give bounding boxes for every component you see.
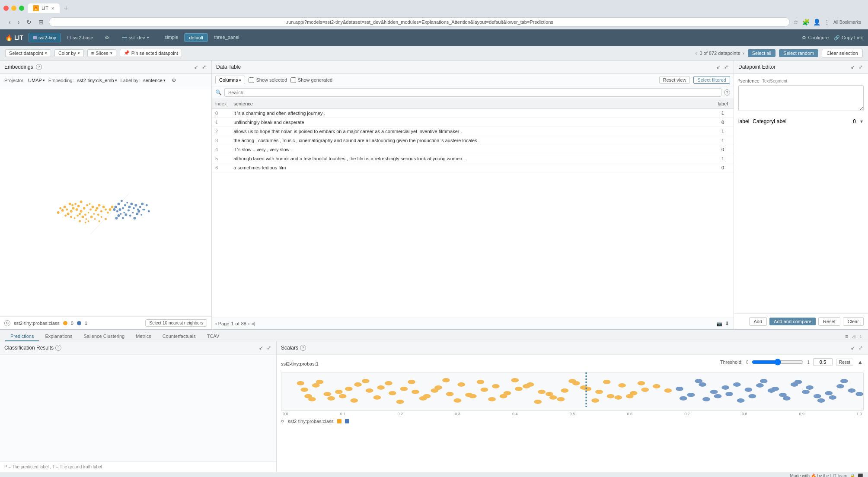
tab-counterfactuals[interactable]: Counterfactuals [157, 332, 201, 341]
table-row[interactable]: 5 although laced with humor and a few fa… [212, 154, 734, 163]
tab-tcav[interactable]: TCAV [202, 332, 225, 341]
back-button[interactable]: ‹ [7, 18, 13, 26]
bottom-settings-button[interactable]: ≡ [844, 333, 849, 340]
forward-button[interactable]: › [16, 18, 22, 26]
slices-button[interactable]: ≡ Slices ▾ [87, 49, 116, 57]
model-tab-sst2tiny[interactable]: sst2-tiny [29, 33, 61, 42]
bottom-sort-button[interactable]: ↕ [858, 333, 863, 340]
pin-button[interactable]: 📌 Pin selected datapoint [120, 49, 182, 57]
profile-icon[interactable]: 👤 [813, 19, 820, 25]
search-input[interactable] [224, 88, 721, 97]
reload-button[interactable]: ↻ [25, 18, 33, 26]
data-table-minimize-button[interactable]: ↙ [715, 63, 721, 71]
table-row[interactable]: 1 unflinchingly bleak and desperate 0 [212, 118, 734, 127]
layout-tab-simple[interactable]: simple [160, 33, 183, 42]
copy-link-button[interactable]: 🔗 Copy Link [834, 35, 863, 41]
columns-button[interactable]: Columns ▾ [215, 76, 245, 84]
threshold-slider[interactable] [752, 359, 804, 366]
col-label[interactable]: label [712, 99, 734, 109]
nearest-neighbors-button[interactable]: Select 10 nearest neighbors [145, 319, 207, 327]
new-tab-button[interactable]: + [61, 3, 70, 13]
prev-page-button[interactable]: ‹ Page [215, 321, 229, 326]
labelby-select[interactable]: sentence ▾ [143, 78, 166, 83]
screen-share-button[interactable]: ⊞ [37, 18, 45, 26]
model-tab-settings[interactable]: ⚙ [100, 33, 114, 42]
embeddings-minimize-button[interactable]: ↙ [193, 63, 199, 71]
show-selected-checkbox[interactable] [249, 77, 254, 83]
reset-button[interactable]: Reset [818, 317, 840, 326]
clear-selection-button[interactable]: Clear selection [822, 49, 863, 57]
add-button[interactable]: Add [749, 317, 767, 326]
scalars-expand-button[interactable]: ⤢ [858, 344, 864, 352]
add-compare-button[interactable]: Add and compare [769, 318, 816, 325]
clear-button[interactable]: Clear [843, 317, 864, 326]
threshold-input[interactable] [813, 358, 833, 366]
maximize-button[interactable] [19, 6, 24, 11]
embeddings-expand-button[interactable]: ⤢ [201, 63, 207, 71]
layout-tab-threepanel[interactable]: three_panel [210, 33, 243, 42]
bookmark-star-icon[interactable]: ☆ [793, 19, 799, 25]
embedding-select[interactable]: sst2-tiny:cls_emb ▾ [77, 78, 117, 83]
select-datapoint-button[interactable]: Select datapoint ▾ [5, 49, 51, 57]
bottom-filter-button[interactable]: ⊿ [851, 333, 857, 340]
address-bar[interactable]: .run.app/?models=sst2-tiny&dataset=sst_d… [49, 17, 790, 27]
classification-info-icon[interactable]: ? [55, 345, 61, 351]
model-tab-sst2base[interactable]: sst2-base [63, 33, 98, 42]
last-page-button[interactable]: »| [252, 321, 255, 326]
classification-expand-button[interactable]: ⤢ [266, 344, 272, 352]
col-sentence[interactable]: sentence [230, 99, 712, 109]
table-row[interactable]: 4 it 's slow – very , very slow . 0 [212, 145, 734, 154]
projector-select[interactable]: UMAP ▾ [28, 78, 45, 83]
tab-explanations[interactable]: Explanations [40, 332, 77, 341]
reset-view-button[interactable]: Reset view [659, 76, 690, 84]
configure-button[interactable]: ⚙ Configure [802, 35, 829, 41]
browser-tab-active[interactable]: 🔥 LIT ✕ [28, 3, 60, 13]
svg-point-11 [89, 203, 91, 205]
table-row[interactable]: 6 a sometimes tedious film 0 [212, 163, 734, 172]
tab-predictions[interactable]: Predictions [5, 332, 39, 341]
legend-info-icon[interactable]: ↻ [4, 320, 10, 326]
settings-icon[interactable]: ⋮ [824, 19, 830, 25]
data-table-expand-button[interactable]: ⤢ [723, 63, 729, 71]
svg-point-55 [128, 206, 131, 208]
search-info-icon[interactable]: ? [724, 89, 730, 95]
axis-0.8: 0.8 [742, 412, 747, 416]
download-button[interactable]: ⬇ [724, 320, 730, 328]
show-generated-checkbox-label[interactable]: Show generated [290, 77, 332, 83]
footer-github-icon[interactable]: ⬛ [858, 474, 863, 477]
svg-point-134 [595, 390, 603, 394]
label-expand-button[interactable]: ▾ [859, 118, 864, 125]
select-random-button[interactable]: Select random [779, 49, 818, 57]
sentence-textarea[interactable] [738, 85, 864, 111]
select-filtered-button[interactable]: Select filtered [693, 76, 730, 84]
table-row[interactable]: 2 allows us to hope that nolan is poised… [212, 127, 734, 136]
chevron-left-icon[interactable]: ‹ [696, 51, 697, 56]
table-row[interactable]: 3 the acting , costumes , music , cinema… [212, 136, 734, 145]
table-row[interactable]: 0 it 's a charming and often affecting j… [212, 109, 734, 118]
show-generated-checkbox[interactable] [290, 77, 296, 83]
embedding-settings-button[interactable]: ⚙ [171, 76, 177, 84]
close-button[interactable] [3, 6, 9, 11]
scalars-collapse-button[interactable]: ▲ [857, 358, 864, 366]
show-selected-checkbox-label[interactable]: Show selected [249, 77, 287, 83]
embeddings-info-icon[interactable]: ? [36, 64, 42, 70]
extension-icon[interactable]: 🧩 [802, 19, 810, 25]
dataset-tab[interactable]: sst_dev ▾ [118, 34, 153, 41]
col-index[interactable]: index [212, 99, 230, 109]
tab-metrics[interactable]: Metrics [131, 332, 156, 341]
tab-close-icon[interactable]: ✕ [51, 6, 54, 11]
scalars-info-icon[interactable]: ? [300, 345, 306, 351]
chevron-right-icon[interactable]: › [743, 51, 744, 56]
minimize-button[interactable] [11, 6, 16, 11]
threshold-reset-button[interactable]: Reset [836, 359, 853, 366]
layout-tab-default[interactable]: default [184, 33, 208, 42]
next-page-button[interactable]: › [248, 321, 250, 326]
editor-minimize-button[interactable]: ↙ [850, 63, 856, 71]
color-by-button[interactable]: Color by ▾ [54, 49, 84, 57]
editor-expand-button[interactable]: ⤢ [858, 63, 864, 71]
scalars-minimize-button[interactable]: ↙ [850, 344, 856, 352]
select-all-button[interactable]: Select all [748, 49, 776, 57]
axis-0.5: 0.5 [570, 412, 575, 416]
classification-minimize-button[interactable]: ↙ [258, 344, 264, 352]
tab-salience-clustering[interactable]: Salience Clustering [78, 332, 130, 341]
